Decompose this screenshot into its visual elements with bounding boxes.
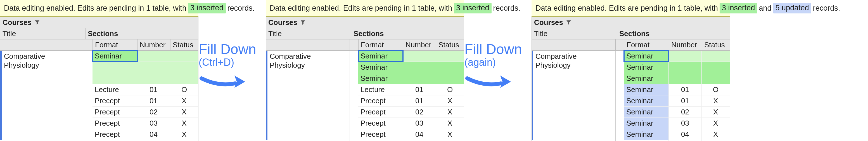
format-cell[interactable]: Precept [93,107,137,117]
section-row[interactable]: Lecture 01 O [93,84,198,95]
courses-tab[interactable]: Courses [532,17,574,28]
format-cell[interactable]: Seminar [624,84,669,95]
status-cell[interactable]: X [702,118,730,129]
number-cell[interactable]: 04 [403,129,436,140]
format-cell[interactable]: Seminar [358,51,403,61]
course-title-cell[interactable]: ComparativePhysiology [532,51,616,140]
number-cell[interactable]: 02 [137,107,170,117]
section-row[interactable]: Precept 03 X [93,118,198,129]
number-cell[interactable]: 01 [403,84,436,95]
status-cell[interactable]: X [436,129,464,140]
col-sections[interactable]: Sections [351,28,464,39]
filter-icon[interactable] [566,20,571,25]
col-sections[interactable]: Sections [86,28,198,39]
format-cell[interactable]: Seminar [624,51,669,61]
section-row[interactable]: Lecture 01 O [358,84,464,95]
status-cell[interactable]: X [170,107,198,117]
status-cell[interactable] [702,73,730,84]
col-sections[interactable]: Sections [617,28,730,39]
courses-grid[interactable]: Courses Title Sections Format Number Sta… [0,17,198,141]
format-cell[interactable]: Precept [358,95,403,106]
table-row[interactable]: ComparativePhysiology Seminar Lecture 01… [0,51,198,140]
section-row[interactable]: Precept 03 X [358,118,464,129]
col-status[interactable]: Status [436,39,464,50]
number-cell[interactable] [403,62,436,73]
filter-icon[interactable] [34,20,40,25]
number-cell[interactable]: 02 [403,107,436,117]
section-row[interactable]: Seminar 04 X [624,129,730,140]
status-cell[interactable] [436,62,464,73]
table-row[interactable]: ComparativePhysiology Seminar Seminar Se… [532,51,730,140]
format-cell[interactable]: Seminar [624,107,669,117]
number-cell[interactable] [403,51,436,61]
table-row[interactable]: ComparativePhysiology Seminar Seminar Se… [266,51,464,140]
format-cell[interactable] [93,73,137,84]
status-cell[interactable]: O [170,84,198,95]
section-row[interactable]: Seminar 01 O [624,84,730,95]
section-row[interactable]: Precept 02 X [93,107,198,118]
status-cell[interactable]: O [702,84,730,95]
number-cell[interactable] [403,73,436,84]
number-cell[interactable]: 01 [137,95,170,106]
format-cell[interactable]: Seminar [624,95,669,106]
status-cell[interactable]: X [702,107,730,117]
section-row[interactable]: Seminar [358,51,464,62]
format-cell[interactable]: Seminar [358,62,403,73]
status-cell[interactable] [170,62,198,73]
section-row[interactable]: Seminar 03 X [624,118,730,129]
status-cell[interactable] [702,51,730,61]
format-cell[interactable] [93,62,137,73]
status-cell[interactable]: O [436,84,464,95]
section-row[interactable]: Precept 04 X [93,129,198,140]
number-cell[interactable] [669,62,702,73]
section-row[interactable]: Precept 04 X [358,129,464,140]
col-title[interactable]: Title [532,28,617,39]
format-cell[interactable]: Precept [93,129,137,140]
status-cell[interactable]: X [436,118,464,129]
col-number[interactable]: Number [403,39,436,50]
courses-tab[interactable]: Courses [0,17,43,28]
format-cell[interactable]: Precept [358,129,403,140]
number-cell[interactable]: 01 [403,95,436,106]
section-row[interactable]: Seminar 02 X [624,107,730,118]
number-cell[interactable]: 04 [137,129,170,140]
section-row[interactable]: Precept 02 X [358,107,464,118]
section-row[interactable]: Seminar [624,51,730,62]
section-row[interactable]: Seminar [624,62,730,73]
col-status[interactable]: Status [170,39,198,50]
format-cell[interactable]: Precept [358,107,403,117]
section-row[interactable]: Seminar [93,51,198,62]
col-title[interactable]: Title [0,28,86,39]
course-title-cell[interactable]: ComparativePhysiology [0,51,84,140]
status-cell[interactable]: X [702,129,730,140]
status-cell[interactable] [170,73,198,84]
number-cell[interactable] [669,73,702,84]
courses-grid[interactable]: Courses Title Sections Format Number Sta… [531,17,730,141]
number-cell[interactable]: 03 [669,118,702,129]
format-cell[interactable]: Precept [93,118,137,129]
number-cell[interactable]: 03 [137,118,170,129]
courses-grid[interactable]: Courses Title Sections Format Number Sta… [266,17,464,141]
format-cell[interactable]: Seminar [93,51,137,61]
filter-icon[interactable] [300,20,306,25]
status-cell[interactable] [702,62,730,73]
format-cell[interactable]: Precept [93,95,137,106]
section-row[interactable]: Seminar [358,73,464,84]
number-cell[interactable] [137,51,170,61]
status-cell[interactable]: X [436,107,464,117]
course-title-cell[interactable]: ComparativePhysiology [266,51,350,140]
number-cell[interactable] [669,51,702,61]
number-cell[interactable]: 01 [137,84,170,95]
format-cell[interactable]: Lecture [358,84,403,95]
number-cell[interactable]: 02 [669,107,702,117]
format-cell[interactable]: Seminar [624,62,669,73]
format-cell[interactable]: Seminar [624,73,669,84]
number-cell[interactable]: 01 [669,84,702,95]
format-cell[interactable]: Precept [358,118,403,129]
status-cell[interactable]: X [170,95,198,106]
col-number[interactable]: Number [669,39,702,50]
section-row[interactable]: Seminar [358,62,464,73]
format-cell[interactable]: Lecture [93,84,137,95]
status-cell[interactable]: X [170,118,198,129]
col-format[interactable]: Format [358,39,403,50]
